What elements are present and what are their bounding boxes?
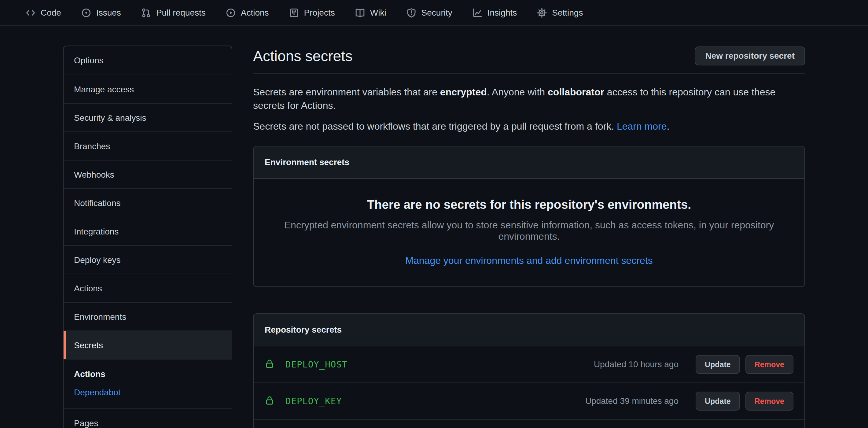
tab-settings[interactable]: Settings [537,8,583,18]
repository-secrets-box: Repository secrets DEPLOY_HOST Updated 1… [253,313,805,428]
secret-row-deploy-key: DEPLOY_KEY Updated 39 minutes ago Update… [254,383,804,419]
desc-text: Secrets are not passed to workflows that… [253,121,617,132]
lock-icon [265,396,275,406]
fork-note: Secrets are not passed to workflows that… [253,120,805,133]
tab-wiki[interactable]: Wiki [355,8,386,18]
book-icon [355,8,365,18]
empty-state-heading: There are no secrets for this repository… [272,198,786,212]
tab-label: Wiki [370,8,386,18]
tab-label: Issues [96,8,121,18]
environment-secrets-box: Environment secrets There are no secrets… [253,146,805,287]
sidebar-item-options[interactable]: Options [64,46,232,74]
secrets-description: Secrets are environment variables that a… [253,85,805,112]
lock-icon [265,359,275,370]
shield-icon [406,8,416,18]
sidebar-item-manage-access[interactable]: Manage access [64,74,232,103]
secret-row-deploy-host: DEPLOY_HOST Updated 10 hours ago Update … [254,346,804,383]
desc-bold-encrypted: encrypted [440,87,487,97]
play-circle-icon [226,8,236,18]
sidebar-item-pages[interactable]: Pages [64,408,232,428]
secret-name-text: DEPLOY_HOST [285,359,347,370]
sidebar-item-security-analysis[interactable]: Security & analysis [64,103,232,131]
repository-secrets-header: Repository secrets [254,314,804,346]
learn-more-link[interactable]: Learn more [617,121,667,132]
page-head: Actions secrets New repository secret [253,45,805,66]
tab-security[interactable]: Security [406,8,452,18]
tab-projects[interactable]: Projects [289,8,335,18]
settings-sidebar: Options Manage access Security & analysi… [63,45,232,428]
tab-issues[interactable]: Issues [81,8,121,18]
remove-secret-button[interactable]: Remove [745,392,794,410]
sidebar-link-dependabot[interactable]: Dependabot [74,388,121,397]
gear-icon [537,8,547,18]
sidebar-item-integrations[interactable]: Integrations [64,217,232,245]
sidebar-item-secrets[interactable]: Secrets [64,331,232,359]
sidebar-item-deploy-keys[interactable]: Deploy keys [64,245,232,274]
desc-bold-collaborator: collaborator [548,87,604,97]
secret-name: DEPLOY_KEY [265,396,342,406]
tab-label: Code [41,8,61,18]
secret-updated: Updated 39 minutes ago [585,396,679,406]
page-title: Actions secrets [253,48,352,64]
tab-label: Insights [488,8,517,18]
tab-pull-requests[interactable]: Pull requests [141,8,206,18]
environment-secrets-header: Environment secrets [254,147,804,179]
update-secret-button[interactable]: Update [695,355,740,374]
tab-label: Actions [241,8,269,18]
desc-text: Secrets are environment variables that a… [253,87,440,97]
tab-label: Security [422,8,452,18]
pull-request-icon [141,8,151,18]
manage-environments-link[interactable]: Manage your environments and add environ… [405,255,653,266]
projects-icon [289,8,299,18]
secret-name-text: DEPLOY_KEY [285,396,342,406]
sidebar-item-webhooks[interactable]: Webhooks [64,160,232,188]
sidebar-item-environments[interactable]: Environments [64,302,232,331]
title-divider [253,73,805,74]
tab-label: Pull requests [156,8,206,18]
actions-secrets-panel: Actions secrets New repository secret Se… [253,45,805,428]
tab-actions[interactable]: Actions [226,8,269,18]
environment-secrets-empty-state: There are no secrets for this repository… [254,179,804,286]
tab-code[interactable]: Code [26,8,61,18]
desc-text: . [667,121,670,132]
code-icon [26,8,35,18]
subsection-actions-label: Actions [74,369,221,379]
update-secret-button[interactable]: Update [695,392,740,410]
tab-insights[interactable]: Insights [472,8,517,18]
settings-layout: Options Manage access Security & analysi… [63,26,805,428]
tab-label: Settings [552,8,583,18]
desc-text: . Anyone with [487,87,548,97]
sidebar-item-branches[interactable]: Branches [64,131,232,160]
sidebar-item-actions[interactable]: Actions [64,274,232,302]
sidebar-item-notifications[interactable]: Notifications [64,188,232,217]
graph-icon [472,8,482,18]
new-repository-secret-button[interactable]: New repository secret [695,47,805,65]
remove-secret-button[interactable]: Remove [745,355,794,374]
secret-row-deploy-user: DEPLOY_USER Updated 12 hours ago Update … [254,419,804,428]
secret-name: DEPLOY_HOST [265,359,347,370]
secrets-subsection: Actions Dependabot [64,359,232,408]
secret-updated: Updated 10 hours ago [594,360,679,369]
tab-label: Projects [304,8,335,18]
repo-tab-bar: Code Issues Pull requests Actions Projec… [0,0,868,26]
issue-icon [81,8,91,18]
empty-state-description: Encrypted environment secrets allow you … [272,219,786,242]
